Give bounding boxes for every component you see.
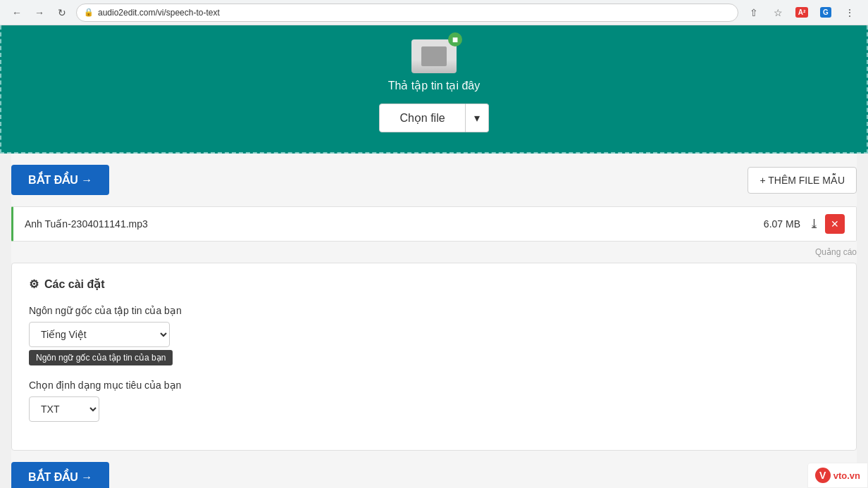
file-row: Anh Tuấn-2304011141.mp3 6.07 MB ⤓ ✕ bbox=[11, 206, 857, 242]
file-download-button[interactable]: ⤓ bbox=[809, 216, 819, 232]
browser-actions: ⇧ ☆ A² G ⋮ bbox=[744, 3, 860, 23]
action-bar: BẮT ĐẦU → + THÊM FILE MẪU bbox=[11, 165, 857, 206]
back-button[interactable]: ← bbox=[8, 4, 25, 21]
language-field: Ngôn ngữ gốc của tập tin của bạn Tiếng V… bbox=[29, 305, 839, 365]
main-wrapper: BẮT ĐẦU → + THÊM FILE MẪU Anh Tuấn-23040… bbox=[0, 154, 868, 488]
language-label: Ngôn ngữ gốc của tập tin của bạn bbox=[29, 305, 839, 316]
extension1-button[interactable]: A² bbox=[792, 3, 812, 23]
extension2-button[interactable]: G bbox=[816, 3, 836, 23]
format-label: Chọn định dạng mục tiêu của bạn bbox=[29, 380, 839, 391]
footer-logo: V vto.vn bbox=[807, 463, 868, 488]
add-sample-button[interactable]: + THÊM FILE MẪU bbox=[748, 167, 857, 194]
gear-icon: ⚙ bbox=[29, 277, 39, 291]
footer-logo-text: vto.vn bbox=[833, 470, 860, 481]
url-text: audio2edit.com/vi/speech-to-text bbox=[98, 8, 220, 18]
drop-text: Thả tập tin tại đây bbox=[388, 79, 480, 92]
address-bar[interactable]: 🔒 audio2edit.com/vi/speech-to-text bbox=[76, 4, 738, 22]
file-delete-button[interactable]: ✕ bbox=[825, 214, 845, 234]
file-size: 6.07 MB bbox=[764, 218, 800, 230]
ad-text: Quảng cáo bbox=[11, 244, 857, 263]
settings-panel: ⚙ Các cài đặt Ngôn ngữ gốc của tập tin c… bbox=[11, 263, 857, 451]
settings-title: ⚙ Các cài đặt bbox=[29, 277, 839, 291]
language-tooltip: Ngôn ngữ gốc của tập tin của bạn bbox=[29, 350, 173, 365]
start-button-top[interactable]: BẮT ĐẦU → bbox=[11, 165, 109, 195]
forward-button[interactable]: → bbox=[31, 4, 48, 21]
footer-logo-v: V bbox=[815, 468, 831, 483]
reload-button[interactable]: ↻ bbox=[54, 4, 70, 21]
choose-file-button[interactable]: Chọn file bbox=[379, 104, 465, 132]
lock-icon: 🔒 bbox=[84, 8, 94, 17]
choose-file-container: Chọn file ▾ bbox=[379, 104, 488, 132]
bookmark-button[interactable]: ☆ bbox=[768, 3, 788, 23]
browser-bar: ← → ↻ 🔒 audio2edit.com/vi/speech-to-text… bbox=[0, 0, 868, 25]
start-button-bottom[interactable]: BẮT ĐẦU → bbox=[11, 462, 109, 488]
choose-file-dropdown[interactable]: ▾ bbox=[466, 104, 489, 132]
format-select[interactable]: TXT SRT VTT DOCX bbox=[29, 396, 99, 422]
language-select[interactable]: Tiếng Việt English Chinese French German… bbox=[29, 322, 170, 347]
share-button[interactable]: ⇧ bbox=[744, 3, 764, 23]
file-name: Anh Tuấn-2304011141.mp3 bbox=[25, 218, 764, 230]
more-button[interactable]: ⋮ bbox=[840, 3, 860, 23]
ext1-icon: A² bbox=[795, 7, 809, 18]
ext2-icon: G bbox=[820, 7, 831, 18]
upload-area: ■ Thả tập tin tại đây Chọn file ▾ bbox=[0, 25, 868, 154]
format-field: Chọn định dạng mục tiêu của bạn TXT SRT … bbox=[29, 380, 839, 422]
main-section: BẮT ĐẦU → + THÊM FILE MẪU Anh Tuấn-23040… bbox=[11, 154, 857, 488]
